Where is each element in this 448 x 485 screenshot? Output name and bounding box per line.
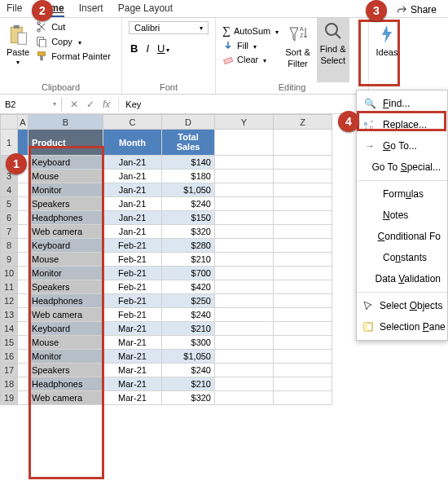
cell-month[interactable]: Mar-21 [103,336,162,350]
cell-month[interactable]: Jan-21 [103,225,162,239]
ideas-button[interactable]: Ideas [376,21,398,92]
cell-product[interactable]: Web camera [29,225,103,239]
cell-product[interactable]: Monitor [29,267,103,280]
cell-sales[interactable]: $210 [162,377,215,391]
cell-product[interactable]: Mouse [29,336,103,350]
accept-formula-icon[interactable]: ✓ [86,99,94,110]
cell-month[interactable]: Mar-21 [103,391,162,405]
tab-insert[interactable]: Insert [79,2,103,17]
cell-product[interactable]: Keyboard [29,156,103,170]
row-header-7[interactable]: 7 [1,225,18,239]
cell-sales[interactable]: $320 [162,225,215,239]
row-header-15[interactable]: 15 [1,336,18,350]
cell-product[interactable]: Web camera [29,391,103,405]
header-sales[interactable]: TotalSales [162,130,215,156]
menu-replace[interactable]: abReplace... [357,114,447,135]
col-header-Z[interactable]: Z [274,115,332,130]
cell-month[interactable]: Jan-21 [103,156,162,170]
cell-sales[interactable]: $250 [162,294,215,308]
cell-product[interactable]: Keyboard [29,239,103,253]
cell-month[interactable]: Mar-21 [103,350,162,364]
cell-sales[interactable]: $240 [162,197,215,211]
cell-month[interactable]: Jan-21 [103,183,162,197]
col-header-C[interactable]: C [103,115,162,130]
cell-month[interactable]: Mar-21 [103,364,162,377]
row-header-17[interactable]: 17 [1,364,18,377]
cancel-formula-icon[interactable]: ✕ [70,99,78,110]
cell-product[interactable]: Headphones [29,211,103,225]
row-header-8[interactable]: 8 [1,239,18,253]
row-header-6[interactable]: 6 [1,211,18,225]
sort-filter-button[interactable]: AZ Sort &Filter [285,21,310,82]
menu-conditional[interactable]: Conditional Fo [357,226,447,247]
col-header-D[interactable]: D [162,115,215,130]
menu-goto-special[interactable]: Go To Special... [357,157,447,178]
cell-month[interactable]: Jan-21 [103,211,162,225]
col-header-A[interactable]: A [18,115,29,130]
cell-product[interactable]: Monitor [29,183,103,197]
cell-sales[interactable]: $140 [162,156,215,170]
cell-product[interactable]: Headphones [29,294,103,308]
copy-button[interactable]: Copy [36,36,111,47]
row-header-1[interactable]: 1 [1,130,18,156]
tab-file[interactable]: File [7,2,22,17]
menu-selection-pane[interactable]: Selection Pane [357,316,447,337]
cell-sales[interactable]: $420 [162,280,215,294]
menu-goto[interactable]: →Go To... [357,135,447,157]
cell-product[interactable]: Speakers [29,197,103,211]
cell-product[interactable]: Speakers [29,280,103,294]
col-header-Y[interactable]: Y [215,115,274,130]
cell-month[interactable]: Mar-21 [103,377,162,391]
row-header-14[interactable]: 14 [1,322,18,336]
share-button[interactable]: Share [396,2,437,17]
cell-sales[interactable]: $1,050 [162,183,215,197]
cell-month[interactable]: Feb-21 [103,280,162,294]
row-header-9[interactable]: 9 [1,253,18,267]
cell-sales[interactable]: $280 [162,239,215,253]
cell-product[interactable]: Mouse [29,253,103,267]
cell-sales[interactable]: $210 [162,322,215,336]
menu-select-objects[interactable]: Select Objects [357,295,447,316]
menu-data-validation[interactable]: Data Validation [357,268,447,289]
row-header-16[interactable]: 16 [1,350,18,364]
row-header-10[interactable]: 10 [1,267,18,280]
cell-sales[interactable]: $320 [162,391,215,405]
menu-find[interactable]: 🔍Find... [357,93,447,114]
cell-month[interactable]: Feb-21 [103,267,162,280]
cell-month[interactable]: Feb-21 [103,239,162,253]
find-select-button[interactable]: Find &Select [317,18,349,82]
cell-month[interactable]: Mar-21 [103,322,162,336]
cell-product[interactable]: Headphones [29,377,103,391]
menu-constants[interactable]: Constants [357,247,447,268]
cell-product[interactable]: Mouse [29,170,103,183]
cell-month[interactable]: Feb-21 [103,253,162,267]
row-header-18[interactable]: 18 [1,377,18,391]
cell-month[interactable]: Feb-21 [103,294,162,308]
cell-month[interactable]: Feb-21 [103,308,162,322]
underline-button[interactable]: U [157,42,169,55]
cell-sales[interactable]: $240 [162,308,215,322]
row-header-4[interactable]: 4 [1,183,18,197]
header-month[interactable]: Month [103,130,162,156]
cell-sales[interactable]: $210 [162,253,215,267]
fx-icon[interactable]: fx [103,99,110,110]
fill-button[interactable]: Fill [222,40,279,51]
row-header-11[interactable]: 11 [1,280,18,294]
cell-product[interactable]: Speakers [29,364,103,377]
row-header-12[interactable]: 12 [1,294,18,308]
cell-sales[interactable]: $700 [162,267,215,280]
cell-sales[interactable]: $240 [162,364,215,377]
cell-product[interactable]: Monitor [29,350,103,364]
paste-button[interactable]: Paste ▾ [7,21,29,82]
row-header-13[interactable]: 13 [1,308,18,322]
italic-button[interactable]: I [146,42,149,55]
bold-button[interactable]: B [130,42,138,55]
cell-month[interactable]: Jan-21 [103,170,162,183]
tab-page-layout[interactable]: Page Layout [118,2,173,17]
cell-sales[interactable]: $1,050 [162,350,215,364]
autosum-button[interactable]: ∑AutoSum [222,24,279,37]
menu-formulas[interactable]: Formulas [357,183,447,205]
menu-notes[interactable]: Notes [357,205,447,226]
cut-button[interactable]: Cut [36,21,111,33]
font-selector[interactable]: Calibri▾ [129,21,209,34]
